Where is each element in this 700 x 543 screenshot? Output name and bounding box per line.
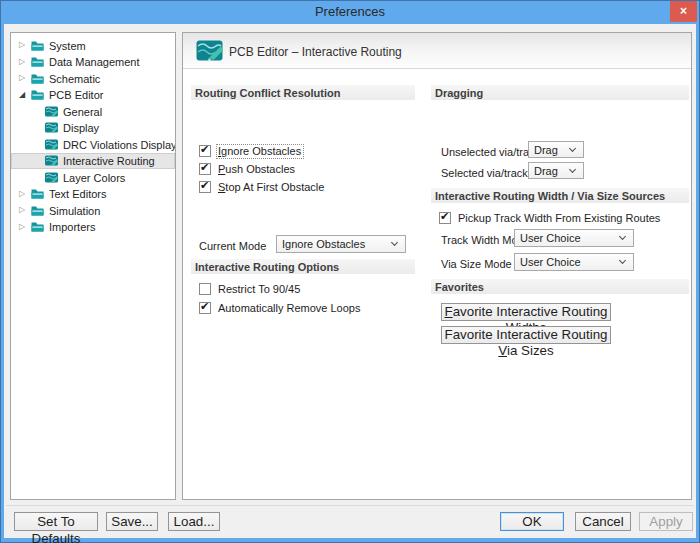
section-routing-conflict-resolution: Routing Conflict Resolution — [191, 85, 415, 100]
sidebar-item-drc-violations-display[interactable]: DRC Violations Display — [11, 136, 175, 153]
right-column: Dragging Unselected via/track Drag Selec… — [431, 69, 689, 499]
checkbox-row-pickup-track-width[interactable]: Pickup Track Width From Existing Routes — [439, 211, 662, 225]
preferences-tree-panel: ▷ System ▷ Data Management ▷ Schematic ◢ — [10, 32, 176, 500]
checkbox-label: Ignore Obstacles — [217, 145, 303, 158]
sidebar-item-label: System — [49, 39, 86, 52]
pcb-page-icon — [45, 155, 58, 166]
load-button[interactable]: Load... — [168, 512, 220, 531]
section-interactive-routing-options: Interactive Routing Options — [191, 259, 415, 274]
sidebar-item-label: Data Management — [49, 55, 140, 68]
folder-icon — [31, 221, 44, 232]
set-to-defaults-button[interactable]: Set To Defaults — [14, 512, 98, 531]
folder-icon — [31, 205, 44, 216]
chevron-down-icon — [619, 257, 626, 264]
sidebar-item-schematic[interactable]: ▷ Schematic — [11, 70, 175, 87]
unselected-via-track-select[interactable]: Drag — [528, 141, 584, 158]
pcb-editor-icon — [196, 39, 223, 62]
expand-collapsed-icon[interactable]: ▷ — [19, 190, 31, 198]
sidebar-item-label: General — [63, 105, 102, 118]
checkbox-row-automatically-remove-loops[interactable]: Automatically Remove Loops — [199, 301, 362, 315]
sidebar-item-label: Layer Colors — [63, 171, 125, 184]
selected-via-track-select[interactable]: Drag — [528, 162, 584, 179]
checkbox-row-ignore-obstacles[interactable]: Ignore Obstacles — [199, 144, 303, 158]
expand-collapsed-icon[interactable]: ▷ — [19, 206, 31, 214]
sidebar-item-interactive-routing[interactable]: Interactive Routing — [11, 153, 175, 170]
close-button[interactable]: × — [670, 1, 697, 22]
titlebar[interactable]: Preferences × — [0, 0, 700, 24]
via-size-mode-label: Via Size Mode — [441, 257, 512, 270]
sidebar-item-label: DRC Violations Display — [63, 138, 176, 151]
section-favorites: Favorites — [431, 279, 689, 294]
sidebar-item-label: Text Editors — [49, 187, 106, 200]
folder-icon — [31, 40, 44, 51]
expand-collapsed-icon[interactable]: ▷ — [19, 58, 31, 66]
sidebar-item-system[interactable]: ▷ System — [11, 37, 175, 54]
unselected-via-track-value: Drag — [534, 144, 558, 156]
window-title: Preferences — [0, 4, 700, 19]
checkbox-restrict-90-45[interactable] — [199, 283, 211, 295]
open-folder-icon — [31, 89, 44, 100]
pcb-page-icon — [45, 172, 58, 183]
page-title: PCB Editor – Interactive Routing — [229, 45, 402, 59]
sidebar-item-display[interactable]: Display — [11, 120, 175, 137]
sidebar-item-label: Schematic — [49, 72, 100, 85]
checkbox-push-obstacles[interactable] — [199, 163, 211, 175]
selected-via-track-label: Selected via/track — [441, 166, 528, 179]
save-button[interactable]: Save... — [106, 512, 158, 531]
favorite-routing-via-sizes-button[interactable]: Favorite Interactive Routing Via Sizes — [441, 326, 611, 344]
dialog-client-area: ▷ System ▷ Data Management ▷ Schematic ◢ — [4, 24, 696, 538]
pcb-page-icon — [45, 122, 58, 133]
preferences-tree: ▷ System ▷ Data Management ▷ Schematic ◢ — [11, 33, 175, 235]
track-width-mode-value: User Choice — [520, 232, 581, 244]
left-column: Routing Conflict Resolution Ignore Obsta… — [191, 69, 415, 499]
section-dragging: Dragging — [431, 85, 689, 100]
via-size-mode-select[interactable]: User Choice — [514, 253, 634, 271]
ok-button[interactable]: OK — [500, 512, 564, 531]
checkbox-stop-at-first-obstacle[interactable] — [199, 181, 211, 193]
chevron-down-icon — [391, 239, 398, 246]
sidebar-item-label: Display — [63, 121, 99, 134]
checkbox-pickup-track-width[interactable] — [439, 212, 451, 224]
chevron-down-icon — [569, 144, 576, 151]
checkbox-row-stop-at-first-obstacle[interactable]: Stop At First Obstacle — [199, 180, 326, 194]
sidebar-item-pcb-editor[interactable]: ◢ PCB Editor — [11, 87, 175, 104]
page-header: PCB Editor – Interactive Routing — [183, 33, 691, 69]
track-width-mode-select[interactable]: User Choice — [514, 229, 634, 247]
checkbox-label: Pickup Track Width From Existing Routes — [457, 212, 662, 225]
sidebar-item-simulation[interactable]: ▷ Simulation — [11, 202, 175, 219]
pcb-page-icon — [45, 106, 58, 117]
sidebar-item-general[interactable]: General — [11, 103, 175, 120]
apply-button[interactable]: Apply — [639, 512, 693, 531]
chevron-down-icon — [619, 233, 626, 240]
chevron-down-icon — [569, 165, 576, 172]
sidebar-item-label: Importers — [49, 220, 95, 233]
checkbox-row-restrict-90-45[interactable]: Restrict To 90/45 — [199, 282, 302, 296]
settings-page-panel: PCB Editor – Interactive Routing Routing… — [182, 32, 692, 500]
checkbox-label: Automatically Remove Loops — [217, 302, 362, 315]
folder-icon — [31, 188, 44, 199]
section-width-via-size-sources: Interactive Routing Width / Via Size Sou… — [431, 188, 689, 203]
expand-collapsed-icon[interactable]: ▷ — [19, 74, 31, 82]
close-icon: × — [680, 4, 687, 18]
current-mode-label: Current Mode — [199, 239, 266, 252]
via-size-mode-value: User Choice — [520, 256, 581, 268]
sidebar-item-importers[interactable]: ▷ Importers — [11, 219, 175, 236]
expand-collapsed-icon[interactable]: ▷ — [19, 223, 31, 231]
current-mode-select[interactable]: Ignore Obstacles — [276, 235, 406, 253]
checkbox-automatically-remove-loops[interactable] — [199, 302, 211, 314]
favorite-routing-widths-button[interactable]: Favorite Interactive Routing Widths — [441, 303, 611, 321]
sidebar-item-layer-colors[interactable]: Layer Colors — [11, 169, 175, 186]
checkbox-ignore-obstacles[interactable] — [199, 145, 211, 157]
cancel-button[interactable]: Cancel — [575, 512, 631, 531]
sidebar-item-label: Interactive Routing — [63, 154, 155, 167]
sidebar-item-label: PCB Editor — [49, 88, 103, 101]
pcb-page-icon — [45, 139, 58, 150]
checkbox-row-push-obstacles[interactable]: Push Obstacles — [199, 162, 297, 176]
sidebar-item-label: Simulation — [49, 204, 100, 217]
footer-divider — [6, 505, 694, 506]
expand-collapsed-icon[interactable]: ▷ — [19, 41, 31, 49]
sidebar-item-text-editors[interactable]: ▷ Text Editors — [11, 186, 175, 203]
selected-via-track-value: Drag — [534, 165, 558, 177]
sidebar-item-data-management[interactable]: ▷ Data Management — [11, 54, 175, 71]
expand-expanded-icon[interactable]: ◢ — [19, 91, 31, 99]
